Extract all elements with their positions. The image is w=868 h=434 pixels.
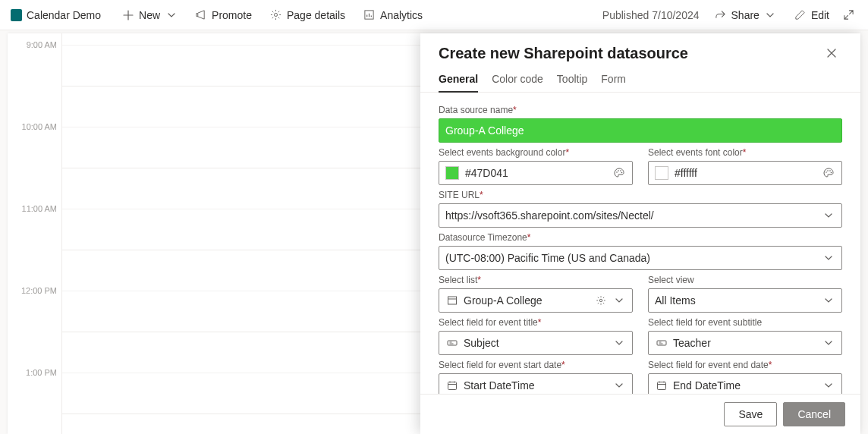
chevron-down-icon — [765, 9, 776, 20]
svg-point-5 — [621, 172, 623, 174]
bg-color-value: #47D041 — [465, 167, 608, 179]
text-field-icon — [445, 336, 459, 350]
svg-point-0 — [274, 13, 277, 16]
chevron-down-icon — [612, 379, 626, 392]
font-color-value: #ffffff — [675, 167, 817, 179]
chevron-down-icon — [165, 9, 177, 20]
share-label: Share — [731, 9, 760, 21]
site-url-select[interactable]: https://vsoft365.sharepoint.com/sites/Ne… — [439, 203, 842, 228]
subtitle-field-value: Teacher — [673, 337, 817, 349]
gear-icon[interactable] — [594, 294, 608, 307]
timezone-select[interactable]: (UTC-08:00) Pacific Time (US and Canada) — [439, 246, 842, 270]
chevron-down-icon — [822, 209, 835, 222]
time-column: 9:00 AM 10:00 AM 11:00 AM 12:00 PM 1:00 … — [8, 33, 62, 434]
end-field-dropdown[interactable]: End DateTime — [648, 373, 842, 394]
chevron-down-icon — [822, 336, 835, 350]
start-field-dropdown[interactable]: Start DateTime — [439, 373, 633, 394]
title-field-value: Subject — [464, 337, 608, 349]
cancel-button[interactable]: Cancel — [783, 402, 845, 426]
select-view-label: Select view — [648, 275, 842, 285]
share-icon — [715, 9, 726, 20]
select-list-dropdown[interactable]: Group-A College — [439, 288, 633, 313]
edit-button[interactable]: Edit — [787, 5, 837, 26]
panel-title: Create new Sharepoint datasource — [439, 45, 688, 62]
select-view-dropdown[interactable]: All Items — [648, 288, 842, 313]
close-icon — [826, 48, 837, 58]
command-bar: Calendar Demo New Promote Page details A… — [0, 0, 868, 30]
title-field-dropdown[interactable]: Subject — [439, 331, 633, 355]
time-label: 11:00 AM — [22, 204, 57, 213]
gear-icon — [270, 9, 281, 20]
svg-point-2 — [616, 171, 618, 173]
time-label: 9:00 AM — [27, 40, 57, 49]
subtitle-field-dropdown[interactable]: Teacher — [648, 331, 842, 355]
panel-tabs: General Color code Tooltip Form — [420, 67, 860, 93]
published-status: Published 7/10/2024 — [598, 9, 704, 21]
title-field-label: Select field for event title* — [439, 317, 633, 328]
time-label: 1:00 PM — [26, 368, 57, 377]
start-field-label: Select field for event start date* — [439, 360, 633, 370]
plus-icon — [122, 9, 134, 20]
chevron-down-icon — [612, 336, 626, 350]
promote-button[interactable]: Promote — [187, 5, 259, 26]
font-color-input[interactable]: #ffffff — [648, 161, 842, 185]
app-logo-icon — [11, 9, 22, 20]
select-list-value: Group-A College — [464, 294, 590, 307]
time-label: 10:00 AM — [22, 122, 57, 131]
svg-point-7 — [827, 170, 829, 171]
color-palette-icon[interactable] — [612, 166, 626, 180]
color-palette-icon[interactable] — [822, 166, 835, 180]
chevron-down-icon — [822, 379, 835, 392]
ds-name-input[interactable] — [439, 118, 842, 143]
analytics-button[interactable]: Analytics — [356, 5, 430, 26]
share-button[interactable]: Share — [707, 5, 784, 26]
expand-icon — [843, 9, 854, 20]
new-label: New — [139, 9, 160, 21]
bg-color-label: Select events background color* — [439, 147, 633, 158]
svg-point-4 — [620, 170, 621, 171]
app-title: Calendar Demo — [27, 9, 101, 21]
calendar-icon — [445, 379, 459, 392]
save-button[interactable]: Save — [724, 402, 777, 426]
timezone-value: (UTC-08:00) Pacific Time (US and Canada) — [445, 252, 817, 264]
end-field-value: End DateTime — [673, 379, 817, 392]
chevron-down-icon — [822, 251, 835, 265]
svg-rect-12 — [448, 341, 457, 345]
site-url-value: https://vsoft365.sharepoint.com/sites/Ne… — [445, 209, 817, 222]
panel-body[interactable]: Data source name* Select events backgrou… — [420, 93, 860, 394]
expand-button[interactable] — [840, 5, 857, 25]
start-field-value: Start DateTime — [464, 379, 608, 392]
datasource-panel: Create new Sharepoint datasource General… — [420, 33, 860, 434]
pencil-icon — [794, 9, 806, 20]
new-button[interactable]: New — [115, 5, 184, 26]
panel-footer: Save Cancel — [420, 394, 860, 434]
text-field-icon — [655, 336, 668, 350]
promote-label: Promote — [212, 9, 252, 21]
font-color-label: Select events font color* — [648, 147, 842, 158]
page-details-button[interactable]: Page details — [263, 5, 353, 26]
tab-general[interactable]: General — [439, 67, 478, 93]
edit-label: Edit — [811, 9, 829, 21]
svg-point-9 — [831, 172, 832, 174]
analytics-label: Analytics — [380, 9, 423, 21]
bg-color-input[interactable]: #47D041 — [439, 161, 633, 185]
close-button[interactable] — [821, 42, 842, 64]
svg-point-11 — [599, 299, 602, 302]
bg-color-swatch — [445, 166, 459, 180]
megaphone-icon — [195, 9, 206, 20]
tab-tooltip[interactable]: Tooltip — [557, 67, 587, 93]
subtitle-field-label: Select field for event subtitle — [648, 317, 842, 328]
chevron-down-icon — [612, 294, 626, 307]
site-url-label: SITE URL* — [439, 190, 842, 200]
svg-rect-10 — [448, 297, 457, 304]
end-field-label: Select field for event end date* — [648, 360, 842, 370]
calendar-icon — [655, 379, 668, 392]
timezone-label: Datasource Timezone* — [439, 232, 842, 243]
analytics-icon — [363, 9, 375, 20]
svg-rect-14 — [448, 382, 457, 390]
tab-color-code[interactable]: Color code — [492, 67, 543, 93]
list-icon — [445, 294, 459, 307]
tab-form[interactable]: Form — [601, 67, 626, 93]
svg-point-3 — [618, 170, 619, 171]
time-label: 12:00 PM — [21, 286, 57, 295]
